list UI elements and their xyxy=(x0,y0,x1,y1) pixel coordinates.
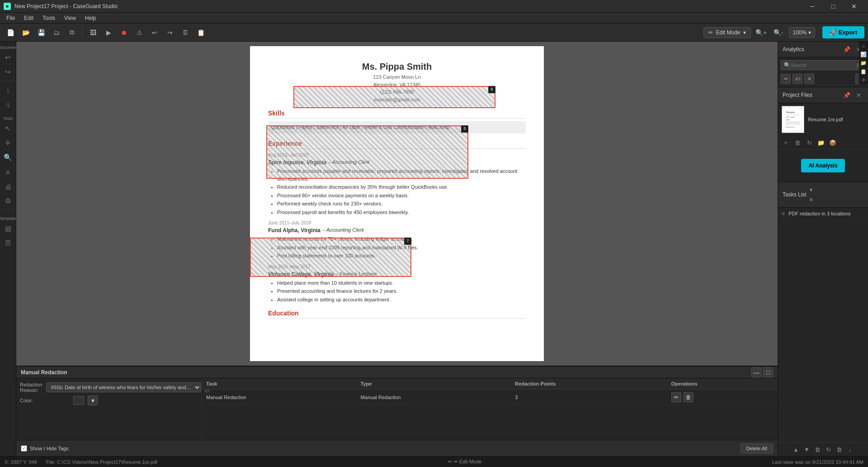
show-tags-checkbox[interactable]: ✓ xyxy=(21,445,27,452)
file-delete-icon[interactable]: 🗑 xyxy=(793,138,802,148)
edit-button[interactable]: ✏ xyxy=(671,392,681,402)
task-text: PDF redaction in 3 locations xyxy=(788,211,851,216)
list-icon[interactable]: ☰ xyxy=(1,236,15,250)
show-tags-label: Show / Hide Tags xyxy=(30,446,68,451)
bottom-footer: ✓ Show / Hide Tags Delete All xyxy=(16,440,778,456)
new-button[interactable]: 📄 xyxy=(4,26,17,39)
redo-button[interactable]: ↪ xyxy=(163,26,177,39)
right-icon-3[interactable]: 📁 xyxy=(860,60,867,66)
expand-button[interactable]: □ xyxy=(763,367,773,377)
menu-file[interactable]: File xyxy=(2,14,19,22)
file-archive-icon[interactable]: 📦 xyxy=(828,138,838,148)
nav-trash-icon[interactable]: 🗑 xyxy=(835,444,844,454)
close-button[interactable]: ✕ xyxy=(844,0,864,13)
zoom-out-button[interactable]: 🔍- xyxy=(772,26,785,39)
analytics-pin-icon[interactable]: 📌 xyxy=(842,44,852,54)
layers-icon[interactable]: ≡ xyxy=(1,165,15,179)
duplicate-button[interactable]: ⧉ xyxy=(65,26,79,39)
template-icon[interactable]: ▤ xyxy=(1,222,15,235)
tasks-collapse-icon[interactable]: ▾ xyxy=(807,185,816,195)
reason-select[interactable]: #01b: Date of birth of witness who fears… xyxy=(46,382,201,392)
mode-indicator: ✏ ✏ Edit Mode xyxy=(448,459,482,465)
video-button[interactable]: ▶ xyxy=(102,26,115,39)
calendar-button[interactable]: 🗓 xyxy=(179,26,192,39)
export-button[interactable]: 🚀 Export xyxy=(822,26,864,38)
nav-refresh-icon[interactable]: ↻ xyxy=(824,444,834,454)
open-button[interactable]: 📂 xyxy=(19,26,33,39)
alert-button[interactable]: ⚠ xyxy=(132,26,146,39)
color-picker-button[interactable]: ▾ xyxy=(88,396,98,405)
doc-button[interactable]: 📋 xyxy=(194,26,208,39)
project-files-pin-icon[interactable]: 📌 xyxy=(842,90,852,100)
job1-bullet-5: Processed payroll and benefits for 450 e… xyxy=(277,209,526,216)
save-as-button[interactable]: 🗂 xyxy=(50,26,63,39)
file-refresh-icon[interactable]: ↻ xyxy=(804,138,814,148)
right-icon-1[interactable]: ≡ xyxy=(862,43,865,49)
settings-icon[interactable]: ⚙ xyxy=(1,194,15,208)
collapse-button[interactable]: — xyxy=(751,367,761,377)
image-button[interactable]: 🖼 xyxy=(86,26,100,39)
file-add-icon[interactable]: + xyxy=(781,138,791,148)
project-files-title: Project Files xyxy=(783,92,812,98)
tasks-controls[interactable]: ▾ ✕ xyxy=(807,185,816,205)
nav-up-icon[interactable]: ▲ xyxy=(791,444,801,454)
crosshair-icon[interactable]: ✛ xyxy=(1,136,15,150)
search-edit-icon[interactable]: ✏ xyxy=(781,74,791,84)
delete-all-button[interactable]: Delete All xyxy=(741,443,773,453)
ai-analysis-section: AI Analysis xyxy=(778,150,868,181)
right-icon-5[interactable]: 👁 xyxy=(861,77,866,83)
project-files-controls[interactable]: 📌 ✕ xyxy=(842,90,863,100)
right-icon-4[interactable]: 📋 xyxy=(860,69,867,75)
maximize-button[interactable]: □ xyxy=(823,0,844,13)
nav-download-icon[interactable]: ↓ xyxy=(845,444,855,454)
search-delete-icon[interactable]: ✕ xyxy=(804,74,814,84)
redact-box-skills: 6 xyxy=(293,86,495,108)
search-tag-icon[interactable]: 🏷 xyxy=(793,74,802,84)
minimize-button[interactable]: ─ xyxy=(802,0,823,13)
menu-edit[interactable]: Edit xyxy=(19,14,38,22)
bottom-panel-controls[interactable]: — □ xyxy=(751,367,773,377)
redo-icon[interactable]: ↪ xyxy=(1,65,15,79)
search-box[interactable]: 🔍 (0) xyxy=(781,60,865,70)
nav-down-icon[interactable]: ▼ xyxy=(802,444,812,454)
zoom-icon[interactable]: 🔍 xyxy=(1,151,15,164)
zoom-level[interactable]: 100% ▾ xyxy=(789,27,816,38)
menu-tools[interactable]: Tools xyxy=(38,14,60,22)
redaction-table: Task Type Redaction Points Operations Ma… xyxy=(202,378,778,440)
cursor-icon[interactable]: ↖ xyxy=(1,122,15,135)
document-section: Document ↩ ↪ xyxy=(0,43,16,81)
file-item[interactable]: Resume 123 Canyon Skills Experience Resu… xyxy=(778,103,868,136)
show-tags-toggle[interactable]: ✓ Show / Hide Tags xyxy=(21,445,68,452)
undo-button[interactable]: ↩ xyxy=(148,26,161,39)
save-info: Last save was on 9/21/2023 10:44:41 AM xyxy=(772,459,863,465)
table-row: Manual Redaction Manual Redaction 3 ✏ 🗑 xyxy=(202,390,778,405)
bottom-panel-header: Manual Redaction — □ xyxy=(16,367,778,378)
file-folder-icon[interactable]: 📁 xyxy=(816,138,826,148)
task-item: ≡ PDF redaction in 3 locations xyxy=(778,208,868,220)
nav-delete-icon[interactable]: 🗑 xyxy=(813,444,823,454)
menu-help[interactable]: Help xyxy=(80,14,101,22)
color-swatch[interactable] xyxy=(73,396,84,405)
print-icon[interactable]: 🖨 xyxy=(1,180,15,193)
color-row: Color: ▾ xyxy=(20,396,198,405)
tasks-close-icon[interactable]: ✕ xyxy=(807,195,816,205)
tasks-header: Tasks List ▾ ✕ xyxy=(778,181,868,208)
file-path: File: C:\CG Videos\New Project17\Resume.… xyxy=(46,459,157,465)
record-button[interactable]: ⏺ xyxy=(117,26,131,39)
right-nav-icons: ▲ ▼ 🗑 ↻ 🗑 ↓ xyxy=(778,442,868,456)
file-thumbnail: Resume 123 Canyon Skills Experience xyxy=(782,106,804,133)
right-icon-2[interactable]: 📊 xyxy=(860,52,867,57)
delete-button[interactable]: 🗑 xyxy=(684,392,693,402)
edit-mode-toggle[interactable]: ✏ Edit Mode ▾ xyxy=(703,27,750,38)
job1-bullet-3: Processed 80+ vendor invoice payments on… xyxy=(277,192,526,200)
zoom-in-button[interactable]: 🔍+ xyxy=(755,26,768,39)
ai-analysis-button[interactable]: AI Analysis xyxy=(801,159,844,172)
undo-icon[interactable]: ↩ xyxy=(1,51,15,64)
window-controls[interactable]: ─ □ ✕ xyxy=(802,0,864,13)
save-button[interactable]: 💾 xyxy=(34,26,48,39)
project-files-close-icon[interactable]: ✕ xyxy=(854,90,863,100)
search-input[interactable] xyxy=(791,62,857,68)
document-scroll[interactable]: 6 5 7 Ms. Pippa Smith 123 Canyon Moon Ln… xyxy=(16,42,778,366)
separator xyxy=(82,27,83,38)
menu-view[interactable]: View xyxy=(60,14,80,22)
